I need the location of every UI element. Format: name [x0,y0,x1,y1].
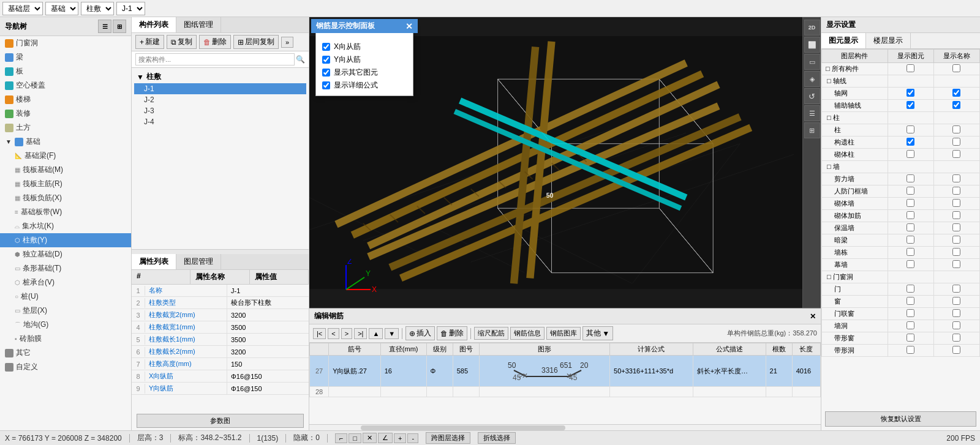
elem-check-构遗柱[interactable] [888,136,933,149]
attr-name-Y向纵筋[interactable]: Y向纵筋 [145,383,227,394]
elem-check-剪力墙[interactable] [888,173,933,185]
name-check-柱[interactable] [933,124,979,136]
nav-item-其它[interactable]: 其它 [0,346,131,360]
poly-select-btn[interactable]: 折线选择 [478,432,516,444]
checkbox-Y向从筋[interactable] [322,56,330,64]
frame-select-btn[interactable]: ⌐ [335,433,347,443]
attr-name-柱敷截长1[interactable]: 柱敷截长1(mm) [145,334,227,345]
tool-rect-select[interactable]: ▭ [804,54,820,70]
nav-item-装修[interactable]: 装修 [0,107,131,121]
rebar-table-scrollbar[interactable] [309,424,821,430]
list-view-btn[interactable]: ☰ [98,20,111,33]
attr-name-柱敷截宽1[interactable]: 柱敷截宽1(mm) [145,321,227,333]
nav-item-基础梁[interactable]: 📐 基础梁(F) [0,149,131,163]
plus-btn[interactable]: + [394,433,406,443]
elem-check-窗[interactable] [888,296,933,308]
checkbox-X向从筋[interactable] [322,43,330,51]
sort-up-btn[interactable]: ▲ [369,328,383,339]
name-check-辅助轴线[interactable] [933,100,979,112]
rebar-row-27[interactable]: 27 Y向纵筋.27 16 Φ 585 [310,356,821,387]
insert-btn[interactable]: ⊕ 插入 [405,326,435,340]
name-check-砌体墙[interactable] [933,198,979,210]
rebar-row-28[interactable]: 28 [310,387,821,397]
name-check-带形窗[interactable] [933,332,979,345]
comp-item-J-4[interactable]: J-4 [134,116,306,127]
elem-check-砌体墙[interactable] [888,198,933,210]
nav-item-梁[interactable]: 梁 [0,50,131,64]
nav-item-集水坑[interactable]: ⌓ 集水坑(K) [0,219,131,233]
tool-menu[interactable]: ☰ [804,105,820,121]
comp-item-J-3[interactable]: J-3 [134,105,306,116]
nav-item-筏板负筋[interactable]: ▦ 筏板负筋(X) [0,191,131,205]
nav-item-门窗洞[interactable]: 门窗洞 [0,36,131,50]
new-btn[interactable]: + 新建 [135,35,164,49]
tab-attr-list[interactable]: 属性列表 [132,254,176,269]
nav-item-独立基础[interactable]: ⬢ 独立基础(D) [0,247,131,261]
tool-2d[interactable]: 2D [804,20,820,36]
elem-check-门[interactable] [888,283,933,296]
elem-check-带形洞[interactable] [888,345,933,357]
rebar-table-wrap[interactable]: 筋号 直径(mm) 级别 图号 图形 计算公式 公式描述 根数 长度 [309,343,821,424]
name-check-人防门框墙[interactable] [933,185,979,198]
name-check-砌体加筋[interactable] [933,210,979,222]
nav-item-地沟[interactable]: ⌒ 地沟(G) [0,318,131,332]
item-select[interactable]: J-1 [116,2,145,15]
delete-btn[interactable]: 🗑 删除 [199,35,231,49]
nav-item-筏板主筋[interactable]: ▦ 筏板主筋(R) [0,177,131,191]
tab-element-display[interactable]: 图元显示 [821,33,866,48]
name-check-幕墙[interactable] [933,259,979,271]
nav-item-板[interactable]: 板 [0,64,131,78]
close-icon-edit[interactable]: ✕ [810,312,816,321]
elem-check-墙洞[interactable] [888,320,933,332]
name-check-墙栋[interactable] [933,247,979,259]
layer-select[interactable]: 基础层 [2,2,43,15]
elem-check-人防门框墙[interactable] [888,185,933,198]
tab-layer-mgmt[interactable]: 图层管理 [176,254,221,269]
viewport-container[interactable]: 50 钢筋显示控制面板 ✕ X向从筋 [309,17,821,308]
nav-item-条形基础[interactable]: ▭ 条形基础(T) [0,261,131,275]
nav-item-基础板带[interactable]: ≡ 基础板带(W) [0,205,131,219]
params-diagram-btn[interactable]: 参数图 [137,414,304,428]
elem-check-门联窗[interactable] [888,308,933,320]
nav-item-筏板基础[interactable]: ▦ 筏板基础(M) [0,163,131,177]
name-check-窗[interactable] [933,296,979,308]
other-btn[interactable]: 其他 ▼ [582,326,613,340]
elem-check-柱[interactable] [888,124,933,136]
nav-item-砖胎膜[interactable]: ▪ 砖胎膜 [0,332,131,346]
comp-group-柱敷[interactable]: ▼ 柱敷 [134,70,306,83]
nav-item-柱敷[interactable]: ⬡ 柱敷(Y) [0,233,131,247]
copy-btn[interactable]: ⧉ 复制 [167,35,197,49]
angle-btn[interactable]: ∠ [378,433,393,443]
name-check-门联窗[interactable] [933,308,979,320]
elem-check-砌体加筋[interactable] [888,210,933,222]
comp-item-J-1[interactable]: J-1 [134,83,306,94]
nav-item-垫层[interactable]: ▭ 垫层(X) [0,304,131,318]
tab-floor-display[interactable]: 楼层显示 [866,33,911,48]
tab-comp-list[interactable]: 构件列表 [132,17,176,32]
tool-3d-box[interactable]: ⬜ [804,37,820,53]
nav-item-自定义[interactable]: 自定义 [0,360,131,374]
rect-btn[interactable]: □ [349,433,361,443]
nav-item-桩承台[interactable]: ⬡ 桩承台(V) [0,275,131,290]
tab-drawing[interactable]: 图纸管理 [176,17,221,32]
nav-first-btn[interactable]: |< [313,328,326,339]
attr-name-X向纵筋[interactable]: X向纵筋 [145,370,227,382]
comp-item-J-2[interactable]: J-2 [134,94,306,105]
nav-item-土方[interactable]: 土方 [0,121,131,135]
cross-btn[interactable]: ✕ [363,433,377,443]
name-check-暗梁[interactable] [933,234,979,247]
elem-check-轴网[interactable] [888,88,933,100]
nav-next-btn[interactable]: > [341,328,352,339]
elem-check-幕墙[interactable] [888,259,933,271]
elem-check-带形窗[interactable] [888,332,933,345]
name-check-带形洞[interactable] [933,345,979,357]
nav-item-桩[interactable]: ○ 桩(U) [0,290,131,304]
close-icon[interactable]: ✕ [405,21,413,31]
name-check-砌体柱[interactable] [933,149,979,161]
scale-btn[interactable]: 缩尺配筋 [474,327,508,340]
category-select[interactable]: 柱敷 [81,2,114,15]
nav-item-楼梯[interactable]: 楼梯 [0,92,131,107]
rebar-info-btn[interactable]: 钢筋信息 [510,327,545,340]
tool-table[interactable]: ⊞ [804,122,820,138]
elem-check-all[interactable] [888,63,933,75]
